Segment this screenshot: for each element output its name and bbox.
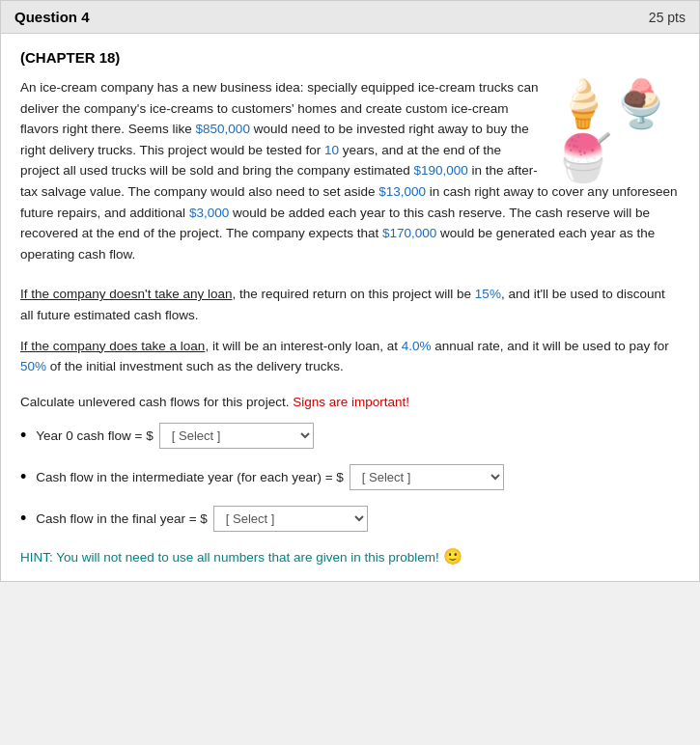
value-170k: $170,000 — [382, 226, 436, 240]
no-loan-underline: If the company doesn't take any loan — [20, 287, 232, 301]
hint-text: HINT: You will not need to use all numbe… — [20, 547, 680, 566]
question-title: Question 4 — [14, 9, 90, 25]
bullet-final: • — [20, 510, 26, 527]
year0-label: Year 0 cash flow = $ — [36, 428, 153, 443]
loan-underline: If the company does take a loan — [20, 339, 205, 353]
value-13k: $13,000 — [378, 184, 426, 199]
value-3k: $3,000 — [189, 206, 229, 220]
value-850k: $850,000 — [196, 122, 250, 136]
signs-label: Signs are important! — [293, 395, 409, 409]
final-row: • Cash flow in the final year = $ [ Sele… — [20, 506, 680, 532]
intermediate-row: • Cash flow in the intermediate year (fo… — [20, 464, 680, 490]
points-label: 25 pts — [649, 10, 686, 25]
final-label: Cash flow in the final year = $ — [36, 511, 207, 526]
value-4pct: 4.0% — [402, 339, 432, 353]
hint-smiley: 🙂 — [443, 548, 462, 565]
intermediate-select[interactable]: [ Select ] 167,000 170,000 173,000 160,0… — [350, 464, 504, 490]
no-loan-paragraph: If the company doesn't take any loan, th… — [20, 284, 680, 325]
value-50pct: 50% — [20, 359, 46, 373]
calculate-label: Calculate unlevered cash flows for this … — [20, 395, 680, 409]
intermediate-label: Cash flow in the intermediate year (for … — [36, 470, 344, 484]
loan-paragraph: If the company does take a loan, it will… — [20, 336, 680, 377]
bullet-intermediate: • — [20, 468, 26, 485]
value-10years: 10 — [324, 143, 339, 157]
final-select[interactable]: [ Select ] 380,000 373,000 376,000 370,0… — [213, 506, 368, 532]
bullet-year0: • — [20, 427, 26, 444]
value-190k: $190,000 — [413, 163, 467, 178]
value-15pct: 15% — [475, 287, 501, 301]
chapter-label: (CHAPTER 18) — [20, 49, 680, 66]
year0-select[interactable]: [ Select ] -863,000 -850,000 -866,000 -8… — [159, 423, 314, 449]
year0-row: • Year 0 cash flow = $ [ Select ] -863,0… — [20, 423, 680, 449]
ice-cream-image: 🍦🍨🍧 — [554, 77, 680, 174]
